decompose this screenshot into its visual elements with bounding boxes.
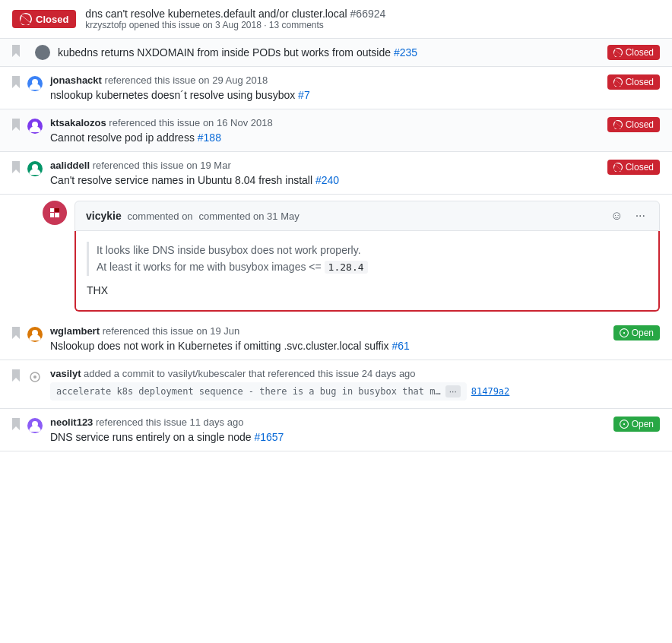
ref-meta: jonashackt referenced this issue on 29 A… [50, 74, 600, 86]
closed-status-badge: Closed [607, 45, 660, 60]
header-info: dns can't resolve kubernetes.default and… [85, 8, 385, 30]
commit-hash-link[interactable]: 81479a2 [471, 386, 510, 397]
commit-message: accelerate k8s deployment sequence - the… [50, 382, 467, 401]
comment-date: commented on 31 May [199, 211, 300, 222]
svg-rect-5 [55, 208, 59, 212]
ref-status: Closed [607, 117, 660, 132]
ref-title: DNS service runs entirely on a single no… [50, 431, 606, 443]
comment-quote-line2: At least it works for me with busybox im… [97, 258, 648, 276]
ref-title: Cannot resolve pod ip address #188 [50, 131, 600, 144]
bookmark-icon [12, 418, 20, 430]
ref-meta: wglambert referenced this issue on 19 Ju… [50, 325, 606, 337]
closed-status-badge: Closed [607, 117, 660, 132]
comment-thx: THX [87, 282, 648, 299]
svg-rect-3 [50, 208, 54, 212]
ref-status: Closed [607, 74, 660, 90]
issue-number-link[interactable]: #61 [392, 340, 410, 352]
ref-title-link[interactable]: Nslookup does not work in Kubernetes if … [50, 340, 392, 352]
avatar [27, 119, 43, 134]
comment-toolbar: ☺ ··· [607, 207, 648, 224]
ref-meta: neolit123 referenced this issue 11 days … [50, 417, 606, 428]
avatar [27, 418, 43, 433]
avatar [27, 76, 43, 91]
svg-rect-4 [50, 213, 54, 217]
bookmark-icon [12, 45, 27, 60]
list-item: ktsakalozos referenced this issue on 16 … [0, 109, 672, 152]
commenter-avatar [43, 201, 67, 225]
comment-container: vicykie commented on commented on 31 May… [74, 201, 660, 312]
ref-content: aaliddell referenced this issue on 19 Ma… [50, 160, 600, 186]
issue-title: dns can't resolve kubernetes.default and… [85, 8, 385, 20]
comment-action: commented on [128, 211, 193, 222]
avatar [35, 45, 50, 60]
commenter-username: vicykie [86, 210, 122, 222]
comment-more-button[interactable]: ··· [632, 207, 648, 224]
open-status-badge: Open [613, 417, 660, 432]
comment-body: It looks like DNS inside busybox does no… [74, 231, 660, 312]
list-item: aaliddell referenced this issue on 19 Ma… [0, 152, 672, 195]
list-item: wglambert referenced this issue on 19 Ju… [0, 318, 672, 360]
closed-icon [613, 163, 623, 172]
open-icon [620, 420, 629, 429]
closed-status-badge: Closed [607, 160, 660, 175]
svg-rect-6 [55, 213, 59, 217]
ref-title-link[interactable]: nslookup kubernetes doesn´t resolve usin… [50, 89, 298, 101]
list-item: jonashackt referenced this issue on 29 A… [0, 67, 672, 109]
open-icon [620, 328, 629, 337]
code-version: 1.28.4 [325, 261, 368, 274]
truncated-status: Closed [607, 45, 660, 60]
bookmark-icon [12, 76, 20, 88]
bookmark-icon [12, 119, 20, 131]
page-header: Closed dns can't resolve kubernetes.defa… [0, 0, 672, 39]
truncated-ref-item: kubedns returns NXDOMAIN from inside POD… [0, 39, 672, 67]
commit-message-row: accelerate k8s deployment sequence - the… [50, 382, 660, 401]
commit-meta: vasilyt added a commit to vasilyt/kubesc… [50, 368, 660, 379]
circle-slash-icon [20, 13, 32, 25]
comment-header: vicykie commented on commented on 31 May… [74, 201, 660, 231]
closed-icon [613, 120, 623, 129]
issue-number-link[interactable]: #240 [315, 174, 339, 186]
issue-number-link[interactable]: #1657 [254, 431, 284, 443]
ref-content: ktsakalozos referenced this issue on 16 … [50, 117, 600, 144]
ref-title-link[interactable]: DNS service runs entirely on a single no… [50, 431, 254, 443]
ref-status: Open [613, 417, 660, 432]
ref-content: neolit123 referenced this issue 11 days … [50, 417, 606, 443]
ref-title-link[interactable]: Cannot resolve pod ip address [50, 131, 198, 144]
avatar [27, 327, 43, 342]
svg-point-9 [33, 375, 36, 379]
commit-item: vasilyt added a commit to vasilyt/kubesc… [0, 360, 672, 409]
commit-content: vasilyt added a commit to vasilyt/kubesc… [50, 368, 660, 401]
timeline: jonashackt referenced this issue on 29 A… [0, 67, 672, 451]
bookmark-icon [12, 369, 20, 382]
list-item: neolit123 referenced this issue 11 days … [0, 409, 672, 451]
issue-number-link[interactable]: #188 [198, 131, 221, 144]
ref-title: nslookup kubernetes doesn´t resolve usin… [50, 89, 600, 101]
closed-badge: Closed [12, 10, 76, 28]
ref-meta: ktsakalozos referenced this issue on 16 … [50, 117, 600, 128]
issue-meta: krzysztofp opened this issue on 3 Aug 20… [85, 20, 385, 30]
bookmark-icon [12, 161, 20, 173]
issue-number-link[interactable]: #7 [298, 89, 310, 101]
open-status-badge: Open [613, 325, 660, 341]
comment-section: vicykie commented on commented on 31 May… [0, 195, 672, 318]
ref-status: Open [613, 325, 660, 341]
closed-icon [613, 48, 623, 57]
commit-dot-icon [27, 369, 43, 385]
comment-quote: It looks like DNS inside busybox does no… [87, 242, 648, 276]
ref-content: wglambert referenced this issue on 19 Ju… [50, 325, 606, 352]
closed-icon [613, 78, 623, 87]
ref-content: jonashackt referenced this issue on 29 A… [50, 74, 600, 101]
truncated-issue-title: kubedns returns NXDOMAIN from inside POD… [58, 46, 600, 59]
ref-title-link[interactable]: Can't resolve service names in Ubuntu 8.… [50, 174, 315, 186]
commit-expand-button[interactable]: ··· [445, 385, 461, 398]
ref-meta: aaliddell referenced this issue on 19 Ma… [50, 160, 600, 171]
issue-number-link[interactable]: #235 [394, 46, 417, 59]
comment-header-left: vicykie commented on commented on 31 May [86, 210, 300, 222]
add-reaction-button[interactable]: ☺ [607, 207, 626, 224]
ref-status: Closed [607, 160, 660, 175]
ref-title: Nslookup does not work in Kubernetes if … [50, 340, 606, 352]
ref-title: Can't resolve service names in Ubuntu 8.… [50, 174, 600, 186]
closed-status-badge: Closed [607, 74, 660, 90]
badge-label: Closed [36, 14, 68, 25]
avatar [27, 161, 43, 176]
